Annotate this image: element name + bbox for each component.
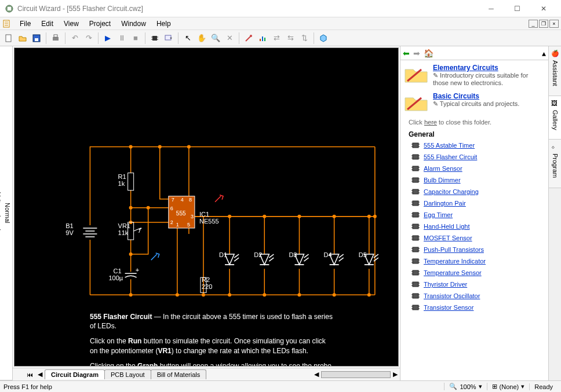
- chip-icon: [411, 188, 420, 195]
- list-item[interactable]: Hand-Held Light: [411, 223, 545, 230]
- hscroll-right[interactable]: ▶: [391, 371, 400, 378]
- right-side-tabs: 🍎Assistant 🖼Gallery ⬦Program: [548, 46, 561, 380]
- tab-assistant[interactable]: 🍎Assistant: [549, 46, 561, 96]
- svg-rect-1: [8, 7, 11, 10]
- tab-voltage-levels[interactable]: Voltage Levels: [0, 46, 3, 380]
- menu-view[interactable]: View: [59, 19, 83, 29]
- menu-edit[interactable]: Edit: [37, 19, 58, 29]
- svg-rect-72: [413, 213, 418, 217]
- list-item[interactable]: Alarm Sensor: [411, 165, 545, 172]
- list-item[interactable]: 555 Astable Timer: [411, 142, 545, 149]
- hscroll-track[interactable]: [321, 371, 391, 378]
- mdi-minimize[interactable]: _: [529, 20, 538, 28]
- svg-rect-12: [262, 36, 263, 41]
- list-item[interactable]: Darlington Pair: [411, 200, 545, 207]
- list-item[interactable]: Bulb Dimmer: [411, 177, 545, 184]
- tab-program[interactable]: ⬦Program: [549, 140, 561, 188]
- tab-gallery[interactable]: 🖼Gallery: [549, 96, 561, 140]
- left-view-tabs: Normal Voltage Levels Current Flow Logic…: [0, 46, 13, 380]
- tab-bom[interactable]: Bill of Materials: [151, 369, 207, 379]
- folder-icon: [404, 92, 428, 113]
- tab-pcb-layout[interactable]: PCB Layout: [104, 369, 151, 379]
- list-item[interactable]: Temperature Indicator: [411, 258, 545, 265]
- nav-up-icon[interactable]: ▴: [542, 49, 546, 58]
- svg-text:7: 7: [172, 197, 174, 203]
- svg-point-25: [263, 215, 266, 218]
- svg-text:555: 555: [176, 210, 186, 217]
- convert1-button[interactable]: ⇄: [270, 32, 283, 45]
- convert2-button[interactable]: ⇆: [284, 32, 297, 45]
- folder-elementary[interactable]: Elementary Circuits ✎ Introductory circu…: [404, 64, 545, 86]
- list-item[interactable]: Thyristor Driver: [411, 281, 545, 288]
- undo-button[interactable]: ↶: [68, 32, 81, 45]
- open-button[interactable]: [16, 32, 29, 45]
- list-item[interactable]: Capacitor Charging: [411, 188, 545, 195]
- tab-circuit-diagram[interactable]: Circuit Diagram: [45, 369, 105, 379]
- svg-text:NE555: NE555: [199, 218, 219, 225]
- list-item[interactable]: Temperature Sensor: [411, 269, 545, 276]
- title-bar: Circuit Wizard - [555 Flasher Circuit.cw…: [0, 0, 561, 17]
- pointer-button[interactable]: ↖: [181, 32, 194, 45]
- section-general: General: [409, 130, 545, 138]
- status-ready: Ready: [529, 383, 558, 390]
- nav-forward-icon[interactable]: ➡: [413, 49, 420, 58]
- circuit-canvas[interactable]: B1 9V R1 1k VR1 11k C1 100µ + 555 7: [14, 47, 399, 367]
- menu-window[interactable]: Window: [116, 19, 151, 29]
- print-button[interactable]: [49, 32, 62, 45]
- tab-nav-first[interactable]: ⏮: [24, 371, 35, 378]
- list-item[interactable]: Transistor Oscillator: [411, 292, 545, 299]
- svg-text:B1: B1: [65, 222, 73, 229]
- dropdown-button[interactable]: [162, 32, 175, 45]
- tab-normal[interactable]: Normal: [3, 46, 12, 380]
- save-button[interactable]: [30, 32, 43, 45]
- chip-button[interactable]: [148, 32, 161, 45]
- svg-rect-76: [413, 259, 418, 263]
- svg-text:IC1: IC1: [199, 211, 209, 218]
- folder-icon: [404, 64, 428, 85]
- circuit-link: Egg Timer: [424, 211, 453, 218]
- redo-button[interactable]: ↷: [82, 32, 95, 45]
- svg-point-21: [176, 293, 179, 296]
- zoom-button[interactable]: 🔍: [209, 32, 222, 45]
- menu-file[interactable]: File: [15, 19, 35, 29]
- svg-text:D3: D3: [289, 251, 297, 258]
- canvas-container: B1 9V R1 1k VR1 11k C1 100µ + 555 7: [13, 46, 400, 380]
- circuit-link: Transistor Oscillator: [424, 292, 480, 299]
- status-zoom[interactable]: 🔍100%▾: [444, 383, 486, 390]
- close-folder-link[interactable]: here: [424, 119, 437, 126]
- 3d-button[interactable]: [317, 32, 330, 45]
- stop-button[interactable]: ■: [129, 32, 142, 45]
- svg-point-18: [147, 206, 150, 210]
- list-item[interactable]: Egg Timer: [411, 211, 545, 218]
- nav-home-icon[interactable]: 🏠: [424, 49, 434, 58]
- graph-button[interactable]: [256, 32, 269, 45]
- run-button[interactable]: ▶: [101, 32, 114, 45]
- probe-button[interactable]: [242, 32, 255, 45]
- status-grid[interactable]: ⊞(None)▾: [487, 383, 530, 390]
- menu-help[interactable]: Help: [152, 19, 176, 29]
- folder-basic[interactable]: Basic Circuits ✎ Typical circuits and pr…: [404, 92, 545, 113]
- nav-back-icon[interactable]: ⬅: [403, 49, 410, 58]
- circuit-link: Push-Pull Transistors: [424, 246, 484, 253]
- svg-point-28: [367, 215, 371, 218]
- svg-rect-79: [413, 294, 418, 298]
- convert3-button[interactable]: ⇅: [298, 32, 311, 45]
- hscroll-left[interactable]: ◀: [312, 371, 321, 378]
- list-item[interactable]: 555 Flasher Circuit: [411, 153, 545, 160]
- close-button[interactable]: ✕: [530, 0, 556, 17]
- minimize-button[interactable]: ─: [478, 0, 504, 17]
- new-button[interactable]: [2, 32, 15, 45]
- delete-button[interactable]: ✕: [223, 32, 236, 45]
- maximize-button[interactable]: ☐: [504, 0, 530, 17]
- pan-button[interactable]: ✋: [195, 32, 208, 45]
- list-item[interactable]: Transistor Sensor: [411, 304, 545, 311]
- mdi-close[interactable]: ×: [549, 20, 559, 28]
- menu-project[interactable]: Project: [85, 19, 115, 29]
- list-item[interactable]: MOSFET Sensor: [411, 235, 545, 241]
- circuit-link: Alarm Sensor: [424, 165, 462, 172]
- list-item[interactable]: Push-Pull Transistors: [411, 246, 545, 253]
- mdi-restore[interactable]: ❐: [539, 20, 548, 28]
- right-panel: ⬅ ➡ 🏠 ▴ Elementary Circuits ✎ Introducto…: [400, 46, 561, 380]
- tab-nav-prev[interactable]: ◀: [35, 371, 45, 378]
- pause-button[interactable]: ⏸: [115, 32, 128, 45]
